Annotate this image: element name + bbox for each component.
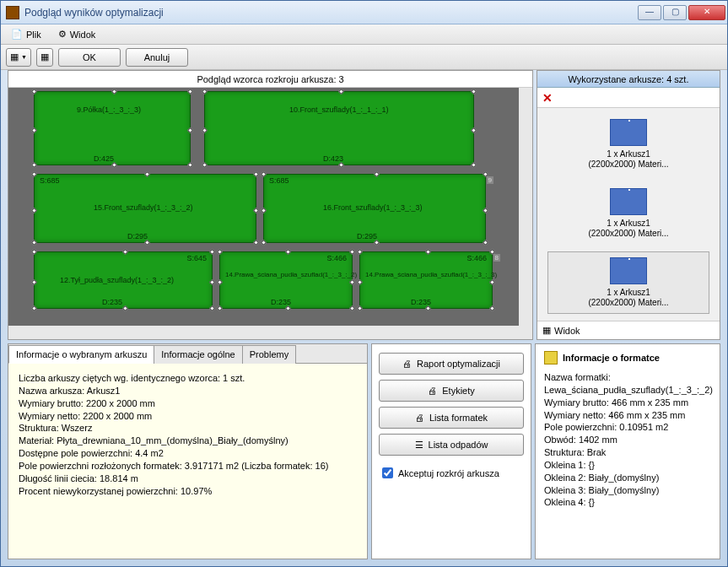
toolbar: ▦▼ ▦ OK Anuluj	[1, 45, 727, 70]
format-line: Lewa_ściana_pudła_szuflady(1_:_3_:_2)	[544, 384, 711, 397]
info-line: Dostępne pole powierzchni: 4.4 m2	[19, 447, 357, 460]
tab-sheet-info[interactable]: Informacje o wybranym arkuszu	[8, 345, 154, 364]
preview-scrollbar-h[interactable]	[8, 326, 532, 339]
labels-button[interactable]: 🖨 Etykiety	[379, 380, 524, 402]
sheet-thumb-icon	[610, 119, 647, 146]
sheet-thumb-icon	[610, 188, 647, 215]
titlebar: Podgląd wyników optymalizacji — ▢ ✕	[1, 1, 727, 24]
info-line: Materiał: Płyta_drewniana_10_mm_(domyśln…	[19, 435, 357, 447]
info-line: Procent niewykorzystanej powierzchni: 10…	[19, 485, 357, 498]
format-line: Struktura: Brak	[544, 446, 711, 459]
maximize-button[interactable]: ▢	[663, 5, 687, 20]
format-line: Obwód: 1402 mm	[544, 434, 711, 446]
format-info-pane: Informacje o formatce Nazwa formatki: Le…	[535, 343, 720, 559]
format-line: Nazwa formatki:	[544, 371, 711, 384]
format-line: Okleina 1: {}	[544, 459, 711, 472]
waste-list-button[interactable]: ☰ Lista odpadów	[379, 434, 524, 456]
report-button[interactable]: 🖨 Raport optymalizacji	[379, 353, 524, 375]
list-icon: ☰	[415, 440, 423, 451]
printer-icon: 🖨	[415, 413, 424, 423]
tab-bar: Informacje o wybranym arkuszu Informacje…	[8, 344, 367, 364]
sheet-item-2[interactable]: 1 x Arkusz1 (2200x2000) Materi...	[547, 182, 709, 245]
window-title: Podgląd wyników optymalizacji	[24, 7, 638, 19]
sheets-pane: Wykorzystane arkusze: 4 szt. ✕ 1 x Arkus…	[537, 70, 720, 340]
app-icon	[6, 6, 19, 19]
info-line: Struktura: Wszerz	[19, 422, 357, 435]
format-title: Informacje o formatce	[544, 351, 711, 364]
delete-sheet-icon[interactable]: ✕	[542, 91, 553, 105]
file-icon: 📄	[11, 29, 23, 40]
piece-16[interactable]: S:685 16.Front_szuflady(1_:_3_:_3) D:295…	[263, 174, 486, 243]
format-icon	[544, 351, 558, 364]
piece-10[interactable]: 10.Front_szuflady(1_:_1_:_1) D:423	[204, 91, 474, 165]
piece-12[interactable]: S:645 12.Tył_pudła_szuflady(1_:_3_:_2) D…	[34, 251, 213, 309]
sheets-footer: ▦ Widok	[537, 321, 720, 339]
info-line: Długość linii ciecia: 18.814 m	[19, 472, 357, 485]
accept-label: Akceptuj rozkrój arkusza	[398, 468, 499, 478]
sheet-thumb-icon	[610, 257, 647, 284]
menu-plik[interactable]: 📄 Plik	[8, 27, 45, 41]
menubar: 📄 Plik ⚙ Widok	[1, 24, 727, 45]
cutting-canvas[interactable]: 9.Półka(1_:_3_:_3) D:425 10.Front_szufla…	[8, 88, 519, 326]
format-list-button[interactable]: 🖨 Lista formatek	[379, 407, 524, 429]
tab-general-info[interactable]: Informacje ogólne	[154, 345, 242, 364]
info-line: Nazwa arkusza: Arkusz1	[19, 385, 357, 397]
tab-problems[interactable]: Problemy	[242, 345, 296, 364]
sheets-toolbar: ✕	[537, 88, 720, 108]
info-line: Wymiary netto: 2200 x 2000 mm	[19, 410, 357, 423]
printer-icon: 🖨	[428, 386, 437, 396]
sheet-list[interactable]: 1 x Arkusz1 (2200x2000) Materi... 1 x Ar…	[537, 108, 720, 321]
format-line: Okleina 3: Biały_(domyślny)	[544, 484, 711, 497]
preview-header: Podgląd wzorca rozkroju arkusza: 3	[8, 71, 532, 88]
format-line: Okleina 2: Biały_(domyślny)	[544, 472, 711, 484]
printer-icon: 🖨	[402, 359, 412, 369]
preview-scrollbar-v[interactable]	[519, 88, 532, 326]
piece-9[interactable]: 9.Półka(1_:_3_:_3) D:425	[34, 91, 191, 165]
piece-14a[interactable]: S:466 14.Prawa_ściana_pudła_szuflad(1_:_…	[219, 251, 353, 309]
cutting-preview-pane: Podgląd wzorca rozkroju arkusza: 3 9.Pół…	[8, 70, 533, 340]
accept-checkbox-row: Akceptuj rozkrój arkusza	[379, 467, 524, 478]
piece-14b[interactable]: S:466 14.Prawa_ściana_pudła_szuflad(1_:_…	[359, 251, 493, 309]
menu-plik-label: Plik	[26, 30, 41, 40]
menu-widok[interactable]: ⚙ Widok	[55, 27, 100, 41]
close-button[interactable]: ✕	[688, 5, 725, 20]
sheets-header: Wykorzystane arkusze: 4 szt.	[537, 71, 720, 88]
ok-button[interactable]: OK	[58, 48, 121, 67]
view-mode-label: Widok	[554, 326, 580, 336]
toolbar-dropdown-1[interactable]: ▦▼	[6, 48, 31, 67]
view-mode-icon[interactable]: ▦	[542, 325, 551, 336]
main-window: Podgląd wyników optymalizacji — ▢ ✕ 📄 Pl…	[0, 0, 728, 567]
format-line: Okleina 4: {}	[544, 496, 711, 509]
toolbar-button-grid[interactable]: ▦	[36, 48, 53, 67]
info-line: Liczba arkuszy ciętych wg. identycznego …	[19, 372, 357, 385]
format-line: Wymiary brutto: 466 mm x 235 mm	[544, 397, 711, 409]
actions-pane: 🖨 Raport optymalizacji 🖨 Etykiety 🖨 List…	[371, 343, 531, 559]
piece-15[interactable]: S:685 15.Front_szuflady(1_:_3_:_2) D:295	[34, 174, 256, 243]
info-pane: Informacje o wybranym arkuszu Informacje…	[8, 343, 368, 559]
info-line: Pole powierzchni rozłożonych formatek: 3…	[19, 460, 357, 472]
menu-widok-label: Widok	[70, 30, 96, 40]
format-line: Wymiary netto: 466 mm x 235 mm	[544, 409, 711, 422]
minimize-button[interactable]: —	[638, 5, 661, 20]
format-line: Pole powierzchni: 0.10951 m2	[544, 421, 711, 434]
info-line: Wymiary brutto: 2200 x 2000 mm	[19, 397, 357, 410]
sheet-item-1[interactable]: 1 x Arkusz1 (2200x2000) Materi...	[547, 113, 709, 176]
view-icon: ⚙	[58, 29, 67, 40]
info-body: Liczba arkuszy ciętych wg. identycznego …	[8, 364, 367, 559]
accept-checkbox[interactable]	[382, 467, 393, 478]
sheet-item-3[interactable]: 1 x Arkusz1 (2200x2000) Materi...	[547, 251, 709, 314]
cancel-button[interactable]: Anuluj	[126, 48, 188, 67]
